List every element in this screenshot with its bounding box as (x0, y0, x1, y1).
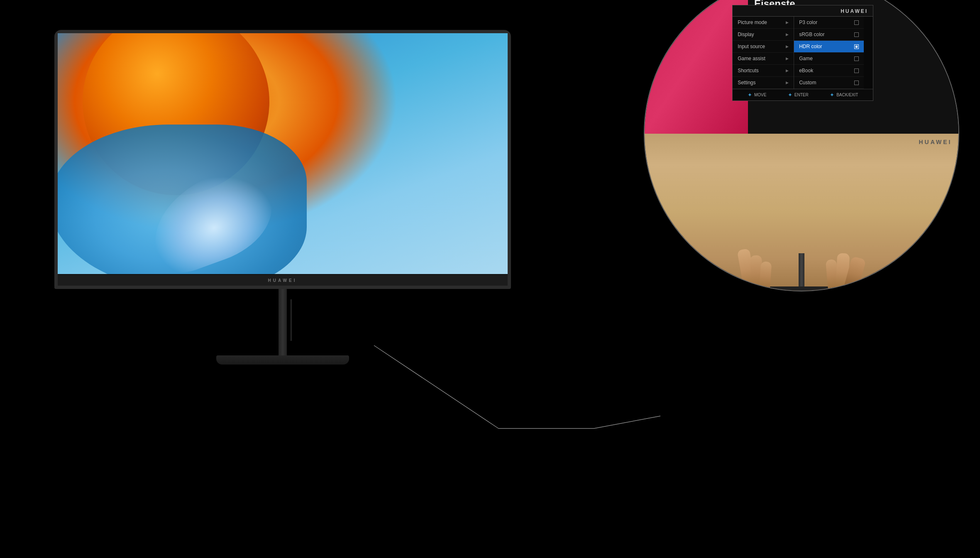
osd-nav-game-assist[interactable]: Game assist ▶ (733, 53, 794, 65)
osd-sub-custom[interactable]: Custom (794, 77, 864, 89)
arrow-input-source: ▶ (786, 44, 789, 49)
ctrl-enter: ✦ ENTER (788, 92, 809, 98)
osd-menu-overlay: HUAWEI Picture mode ▶ Disp (732, 5, 873, 101)
osd-nav: Picture mode ▶ Display ▶ Input source ▶ (733, 17, 794, 89)
checkbox-hdr (854, 44, 859, 49)
enter-icon: ✦ (788, 92, 792, 98)
circle-bottom-hands: HUAWEI (645, 134, 958, 291)
osd-body: Picture mode ▶ Display ▶ Input source ▶ (733, 17, 873, 89)
osd-nav-input-source[interactable]: Input source ▶ (733, 41, 794, 53)
move-icon: ✦ (748, 92, 752, 98)
osd-sub-ebook[interactable]: eBook (794, 65, 864, 77)
ctrl-back-label: BACK/EXIT (836, 93, 858, 97)
screen-wallpaper (58, 33, 508, 274)
osd-footer: ✦ MOVE ✦ ENTER ✦ BACK/EXIT (733, 89, 873, 100)
osd-nav-shortcuts[interactable]: Shortcuts ▶ (733, 65, 794, 77)
back-icon: ✦ (830, 92, 834, 98)
stand-neck-scene (799, 253, 804, 286)
circle-top-content: In the Eisenste not an ide cessive sho b… (645, 0, 958, 134)
hand-left (738, 237, 780, 291)
checkbox-p3color (854, 20, 859, 25)
zoom-circle: In the Eisenste not an ide cessive sho b… (644, 0, 959, 291)
stand-neck (279, 289, 287, 355)
monitor-frame: HUAWEI (54, 30, 511, 289)
stand-base (216, 355, 349, 365)
checkbox-ebook (854, 69, 859, 73)
monitor-section: HUAWEI (54, 30, 511, 365)
arrow-settings: ▶ (786, 81, 789, 85)
svg-line-2 (594, 416, 660, 428)
osd-sub-p3color[interactable]: P3 color (794, 17, 864, 29)
huawei-watermark-bottom: HUAWEI (919, 139, 952, 145)
monitor-brand-label: HUAWEI (268, 278, 297, 283)
page-root: HUAWEI In t (0, 0, 980, 558)
screen-area (58, 33, 508, 274)
main-layout: HUAWEI In t (34, 9, 947, 549)
checkbox-custom (854, 81, 859, 85)
finger-left-3 (759, 261, 772, 291)
arrow-picture-mode: ▶ (786, 20, 789, 24)
osd-nav-settings[interactable]: Settings ▶ (733, 77, 794, 89)
osd-nav-picture-mode[interactable]: Picture mode ▶ (733, 17, 794, 29)
osd-title-bar: HUAWEI (733, 5, 873, 17)
monitor-stand (54, 289, 511, 365)
arrow-shortcuts: ▶ (786, 69, 789, 73)
osd-sub-game[interactable]: Game (794, 53, 864, 65)
checkbox-game (854, 56, 859, 61)
osd-submenu: P3 color sRGB color HDR color (794, 17, 864, 89)
ctrl-back: ✦ BACK/EXIT (830, 92, 858, 98)
hands-scene: HUAWEI (645, 134, 958, 291)
arrow-game-assist: ▶ (786, 56, 789, 61)
ctrl-move-label: MOVE (754, 93, 766, 97)
ctrl-enter-label: ENTER (794, 93, 809, 97)
arrow-display: ▶ (786, 32, 789, 37)
hand-right (825, 241, 870, 291)
ctrl-move: ✦ MOVE (748, 92, 766, 98)
checkbox-srgb (854, 32, 859, 37)
osd-sub-srgb[interactable]: sRGB color (794, 29, 864, 41)
osd-title-text: HUAWEI (841, 8, 868, 14)
osd-box: HUAWEI Picture mode ▶ Disp (732, 5, 873, 101)
monitor-bottom-bezel: HUAWEI (58, 274, 508, 286)
osd-nav-display[interactable]: Display ▶ (733, 29, 794, 41)
osd-sub-hdr[interactable]: HDR color (794, 41, 864, 53)
